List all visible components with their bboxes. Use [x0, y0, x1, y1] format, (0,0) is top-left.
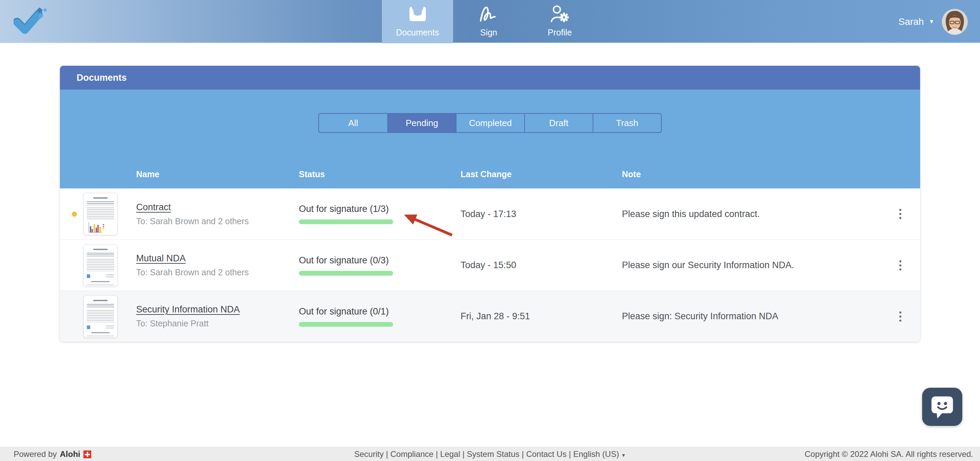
document-name-link[interactable]: Mutual NDA: [136, 253, 186, 264]
last-change: Today - 17:13: [461, 188, 622, 239]
footer-link[interactable]: Legal: [440, 450, 460, 459]
status-text: Out for signature (0/1): [299, 306, 461, 317]
app-logo-checkmark-icon[interactable]: [14, 8, 48, 35]
profile-gear-icon: [550, 5, 570, 24]
progress-bar: [299, 271, 393, 276]
document-recipients: To: Stephanie Pratt: [136, 319, 291, 329]
tab-label: Profile: [548, 27, 572, 37]
nav-tabs: Documents Sign: [382, 0, 595, 43]
thumbnail-report-preview: [84, 300, 117, 322]
document-thumbnail[interactable]: [83, 193, 118, 235]
filter-all[interactable]: All: [319, 114, 387, 132]
tab-profile[interactable]: Profile: [524, 0, 595, 43]
tab-sign[interactable]: Sign: [453, 0, 524, 43]
document-name-link[interactable]: Security Information NDA: [136, 304, 240, 315]
footer-link[interactable]: Contact Us: [526, 450, 567, 459]
footer-link[interactable]: Security: [354, 450, 383, 459]
panel-header: Documents: [60, 66, 920, 89]
progress-bar: [299, 219, 393, 224]
tab-label: Sign: [480, 27, 497, 37]
footer-link[interactable]: Compliance: [390, 450, 434, 459]
chat-smiley-icon: [928, 392, 957, 421]
footer: Powered by Alohi Security | Compliance |…: [0, 447, 980, 461]
row-menu-button[interactable]: [896, 308, 905, 325]
chevron-down-icon: ▼: [929, 18, 934, 25]
table-row: Security Information NDA To: Stephanie P…: [60, 290, 920, 342]
chat-widget-button[interactable]: [922, 388, 962, 426]
thumbnail-report-preview: [84, 197, 117, 234]
user-name: Sarah: [898, 16, 924, 27]
language-selector[interactable]: English (US)▼: [573, 450, 626, 459]
column-header-note: Note: [622, 169, 881, 179]
inbox-icon: [409, 5, 426, 24]
progress-bar: [299, 322, 393, 327]
column-header-status: Status: [299, 169, 461, 179]
thumbnail-text-preview: [84, 274, 117, 287]
avatar[interactable]: [942, 9, 968, 35]
document-thumbnail[interactable]: [83, 244, 118, 287]
note-text: Please sign: Security Information NDA: [622, 291, 881, 342]
filter-tabs: All Pending Completed Draft Trash: [318, 113, 662, 133]
filter-trash[interactable]: Trash: [593, 114, 661, 132]
thumbnail-text-preview: [84, 325, 117, 338]
footer-separator: |: [519, 450, 526, 459]
powered-by-text: Powered by: [14, 450, 57, 459]
documents-panel: Documents All Pending Completed Draft Tr…: [60, 66, 920, 342]
status-text: Out for signature (0/3): [299, 255, 461, 266]
swiss-flag-icon: [83, 450, 91, 458]
brand-name[interactable]: Alohi: [60, 450, 80, 459]
row-menu-button[interactable]: [896, 257, 905, 274]
last-change: Fri, Jan 28 - 9:51: [461, 291, 622, 342]
footer-links: Security | Compliance | Legal | System S…: [354, 450, 626, 459]
panel-toolbar: All Pending Completed Draft Trash Name S…: [60, 89, 920, 188]
footer-separator: |: [383, 450, 390, 459]
top-nav: Documents Sign: [0, 0, 980, 43]
table-header: Name Status Last Change Note: [60, 160, 920, 188]
filter-pending[interactable]: Pending: [387, 114, 456, 132]
footer-powered-by: Powered by Alohi: [14, 450, 91, 459]
footer-link[interactable]: System Status: [467, 450, 519, 459]
column-header-name: Name: [136, 169, 299, 179]
app-root: Documents Sign: [0, 0, 980, 461]
table-row: Mutual NDA To: Sarah Brown and 2 others …: [60, 239, 920, 290]
signature-icon: [479, 5, 498, 24]
footer-separator: |: [433, 450, 440, 459]
document-recipients: To: Sarah Brown and 2 others: [136, 216, 291, 226]
filter-draft[interactable]: Draft: [524, 114, 593, 132]
status-text: Out for signature (1/3): [299, 204, 461, 214]
tab-label: Documents: [396, 27, 439, 37]
unread-dot: [72, 212, 77, 217]
documents-table: Contract To: Sarah Brown and 2 others Ou…: [60, 188, 920, 342]
document-recipients: To: Sarah Brown and 2 others: [136, 268, 291, 278]
document-name-link[interactable]: Contract: [136, 202, 171, 213]
footer-separator: |: [566, 450, 573, 459]
footer-separator: |: [460, 450, 467, 459]
thumbnail-report-preview: [84, 249, 117, 271]
note-text: Please sign our Security Information NDA…: [622, 240, 881, 290]
note-text: Please sign this updated contract.: [622, 188, 881, 239]
page-title: Documents: [76, 73, 127, 83]
filter-completed[interactable]: Completed: [456, 114, 524, 132]
copyright-text: Copyright © 2022 Alohi SA. All rights re…: [805, 450, 973, 459]
language-caret-icon: ▼: [621, 453, 626, 458]
last-change: Today - 15:50: [461, 240, 622, 290]
column-header-last-change: Last Change: [461, 169, 622, 179]
table-row: Contract To: Sarah Brown and 2 others Ou…: [60, 188, 920, 239]
user-menu[interactable]: Sarah ▼: [898, 0, 968, 43]
row-menu-button[interactable]: [896, 206, 905, 222]
tab-documents[interactable]: Documents: [382, 0, 453, 43]
document-thumbnail[interactable]: [83, 295, 118, 338]
